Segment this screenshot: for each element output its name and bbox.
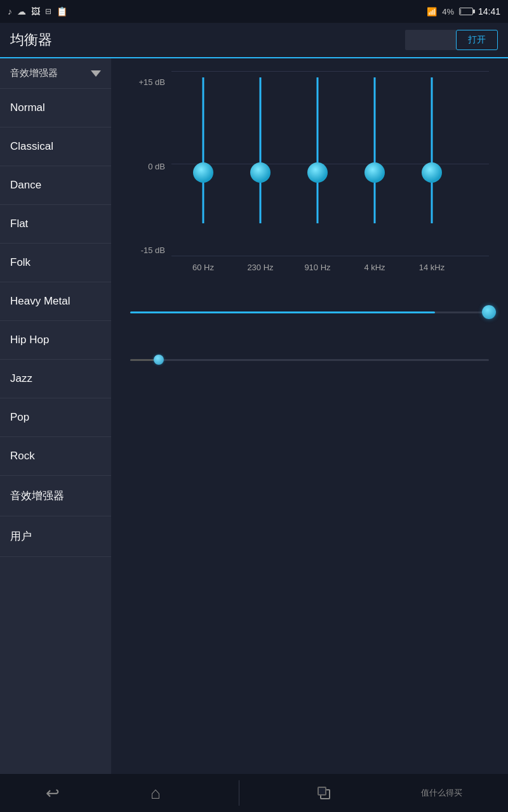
main-content: 音效增强器 Normal Classical Dance Flat Folk H… — [0, 58, 508, 774]
time: 14:41 — [478, 6, 500, 16]
eq-knob-5[interactable] — [422, 162, 442, 183]
battery-icon — [459, 8, 473, 15]
image-icon: 🖼 — [31, 6, 40, 16]
app-title: 均衡器 — [10, 30, 52, 49]
eq-svg: 60 Hz 230 Hz 910 Hz 4 kHz 14 kHz — [171, 71, 489, 274]
eq-knob-1[interactable] — [193, 162, 213, 183]
eq-knob-3[interactable] — [307, 162, 328, 183]
app-bar: 均衡器 打开 — [0, 23, 508, 58]
slider-track-2[interactable] — [130, 359, 489, 361]
eq-knob-2[interactable] — [250, 162, 271, 183]
eq-label-top: +15 dB — [130, 77, 165, 87]
file-icon: 📋 — [57, 6, 67, 16]
eq-bars-container: 60 Hz 230 Hz 910 Hz 4 kHz 14 kHz — [171, 71, 489, 274]
brand-label: 值什么得买 — [421, 787, 462, 799]
slider-row-2 — [130, 347, 489, 372]
eq-graph: +15 dB 0 dB -15 dB — [130, 71, 489, 274]
freq-label-2: 230 Hz — [247, 263, 274, 272]
menu-item-normal[interactable]: Normal — [0, 89, 111, 128]
menu-item-classical[interactable]: Classical — [0, 128, 111, 166]
dropdown-header[interactable]: 音效增强器 — [0, 58, 111, 89]
bottom-nav: ↩ ⌂ 值什么得买 — [0, 774, 508, 812]
slider-track-1[interactable] — [130, 311, 489, 313]
glasses-icon: ⊟ — [45, 7, 51, 16]
eq-y-labels: +15 dB 0 dB -15 dB — [130, 71, 165, 274]
nav-brand-button[interactable]: 值什么得买 — [408, 782, 475, 804]
music-icon: ♪ — [8, 6, 12, 16]
menu-item-jazz[interactable]: Jazz — [0, 360, 111, 398]
status-icons: ♪ ☁ 🖼 ⊟ 📋 — [8, 6, 67, 16]
dropdown-arrow-icon — [91, 70, 101, 77]
nav-back-button[interactable]: ↩ — [33, 778, 72, 808]
cloud-icon: ☁ — [17, 6, 26, 16]
dropdown-menu: 音效增强器 Normal Classical Dance Flat Folk H… — [0, 58, 111, 774]
menu-item-dance[interactable]: Dance — [0, 166, 111, 205]
menu-item-sound-enhancer[interactable]: 音效增强器 — [0, 476, 111, 516]
nav-divider — [239, 780, 239, 806]
dropdown-header-label: 音效增强器 — [10, 67, 58, 79]
nav-multitask-button[interactable] — [305, 782, 343, 804]
open-button-group: 打开 — [405, 30, 498, 50]
slider-row-1 — [130, 299, 489, 325]
menu-item-hip-hop[interactable]: Hip Hop — [0, 321, 111, 360]
menu-item-pop[interactable]: Pop — [0, 398, 111, 437]
freq-label-5: 14 kHz — [419, 263, 445, 272]
menu-item-flat[interactable]: Flat — [0, 205, 111, 244]
status-right: 📶 4% 14:41 — [427, 6, 500, 16]
freq-label-1: 60 Hz — [192, 263, 214, 272]
eq-knob-4[interactable] — [364, 162, 385, 183]
home-icon: ⌂ — [150, 783, 161, 803]
back-icon: ↩ — [46, 783, 60, 803]
menu-item-rock[interactable]: Rock — [0, 437, 111, 476]
slider-fill-1 — [130, 311, 435, 313]
nav-home-button[interactable]: ⌂ — [138, 778, 173, 808]
multitask-icon — [318, 787, 330, 799]
freq-label-4: 4 kHz — [364, 263, 385, 272]
status-bar: ♪ ☁ 🖼 ⊟ 📋 📶 4% 14:41 — [0, 0, 508, 23]
open-btn-dark[interactable] — [405, 30, 456, 50]
equalizer-area: +15 dB 0 dB -15 dB — [111, 58, 508, 774]
open-button[interactable]: 打开 — [456, 30, 498, 50]
slider-knob-1[interactable] — [482, 305, 496, 319]
menu-item-heavy-metal[interactable]: Heavy Metal — [0, 282, 111, 321]
menu-item-folk[interactable]: Folk — [0, 244, 111, 282]
eq-label-bottom: -15 dB — [130, 246, 165, 255]
eq-label-mid: 0 dB — [130, 162, 165, 171]
wifi-icon: 📶 — [427, 7, 437, 16]
battery-percent: 4% — [442, 7, 454, 16]
slider-knob-2[interactable] — [154, 355, 164, 365]
menu-item-user[interactable]: 用户 — [0, 516, 111, 557]
freq-label-3: 910 Hz — [304, 263, 331, 272]
